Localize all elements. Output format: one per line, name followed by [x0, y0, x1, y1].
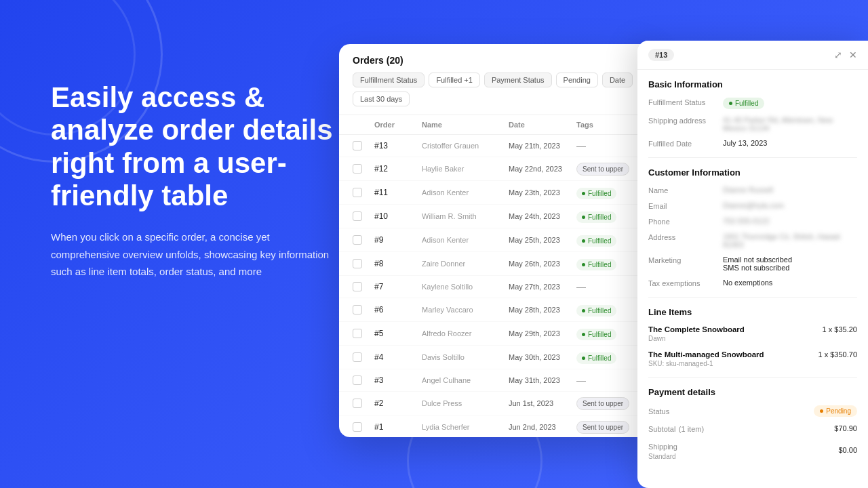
row-date: May 27th, 2023 [509, 283, 576, 291]
table-row[interactable]: #4 Davis Soltillo May 30th, 2023 Fulfill… [339, 346, 651, 369]
row-date: May 22nd, 2023 [509, 165, 576, 173]
filter-fulfillment-status[interactable]: Fulfillment Status [353, 73, 425, 87]
filter-payment-status[interactable]: Payment Status [484, 73, 552, 87]
marketing-row: Marketing Email not subscribed SMS not s… [648, 256, 857, 272]
row-checkbox[interactable] [353, 141, 362, 150]
customer-address-label: Address [648, 232, 723, 249]
tag-fulfilled: Fulfilled [576, 259, 616, 270]
row-name: Alfredo Roozer [422, 329, 509, 338]
row-checkbox[interactable] [353, 352, 362, 362]
row-date: May 23th, 2023 [509, 188, 576, 197]
row-checkbox[interactable] [353, 422, 362, 432]
row-name: William R. Smith [422, 212, 509, 220]
line-item-1-info: The Complete Snowboard Dawn [648, 325, 745, 342]
row-tag-container: Fulfilled [576, 303, 637, 317]
row-order: #1 [374, 422, 422, 432]
customer-phone-value: 702-555-0122 [723, 217, 857, 226]
table-row[interactable]: #1 Lydia Scherfer Jun 2nd, 2023 Sent to … [339, 415, 651, 437]
row-checkbox[interactable] [353, 259, 362, 268]
line-item-2-info: The Multi-managed Snowboard SKU: sku-man… [648, 350, 764, 367]
line-item-1: The Complete Snowboard Dawn 1 x $35.20 [648, 325, 857, 342]
marketing-email: Email not subscribed [723, 256, 792, 264]
line-item-1-name: The Complete Snowboard [648, 325, 745, 333]
row-order: #2 [374, 399, 422, 408]
filter-pending[interactable]: Pending [556, 73, 598, 87]
row-name: Lydia Scherfer [422, 423, 509, 431]
fulfillment-status-label: Fulfillment Status [648, 98, 723, 109]
customer-address-row: Address 1901 Thornridge Cir, Shiloh, Haw… [648, 232, 857, 249]
row-tag-container: Sent to upper [576, 162, 637, 176]
main-description: When you click on a specific order, a co… [51, 228, 336, 281]
row-order: #11 [374, 188, 422, 197]
row-order: #6 [374, 305, 422, 314]
row-date: Jun 1st, 2023 [509, 399, 576, 407]
filter-last30[interactable]: Last 30 days [353, 92, 410, 106]
table-row[interactable]: #9 Adison Kenter May 25th, 2023 Fulfille… [339, 228, 651, 252]
table-row[interactable]: #2 Dulce Press Jun 1st, 2023 Sent to upp… [339, 392, 651, 415]
row-checkbox[interactable] [353, 399, 362, 408]
fulfilled-date-label: Fulfilled Date [648, 139, 723, 148]
payment-status-row: Status Pending [648, 405, 857, 417]
subtotal-label-group: Subtotal (1 item) [648, 422, 704, 434]
table-row[interactable]: #10 William R. Smith May 24th, 2023 Fulf… [339, 205, 651, 228]
close-icon[interactable]: ✕ [849, 49, 857, 60]
filter-date[interactable]: Date [602, 73, 633, 87]
table-row[interactable]: #13 Cristoffer Grauen May 21th, 2023 — [339, 135, 651, 157]
tag-fulfilled: Fulfilled [576, 235, 616, 247]
payment-title: Payment details [648, 387, 857, 397]
customer-email-value: Dianne@hyla.com [723, 201, 857, 210]
fulfillment-status-value: Fulfilled [723, 98, 764, 109]
detail-id-badge: #13 [648, 49, 674, 61]
row-checkbox[interactable] [353, 188, 362, 197]
row-checkbox[interactable] [353, 235, 362, 245]
customer-phone-label: Phone [648, 217, 723, 226]
row-date: Jun 2nd, 2023 [509, 423, 576, 431]
col-check [353, 121, 374, 129]
table-row[interactable]: #11 Adison Kenter May 23th, 2023 Fulfill… [339, 181, 651, 205]
table-row[interactable]: #8 Zaire Donner May 26th, 2023 Fulfilled [339, 252, 651, 276]
row-checkbox[interactable] [353, 164, 362, 174]
filter-fulfilled[interactable]: Fulfilled +1 [429, 73, 480, 87]
table-row[interactable]: #7 Kaylene Soltillo May 27th, 2023 — [339, 276, 651, 298]
marketing-label: Marketing [648, 256, 723, 272]
row-tag-container: Fulfilled [576, 233, 637, 247]
row-date: May 30th, 2023 [509, 353, 576, 361]
line-item-2-name: The Multi-managed Snowboard [648, 350, 764, 359]
row-date: May 29th, 2023 [509, 329, 576, 338]
row-checkbox[interactable] [353, 211, 362, 221]
line-item-1-variant: Dawn [648, 335, 745, 342]
line-items-title: Line Items [648, 307, 857, 317]
fulfilled-date-value: July 13, 2023 [723, 139, 857, 148]
table-header: Order Name Date Tags [339, 115, 651, 135]
table-row[interactable]: #3 Angel Culhane May 31th, 2023 — [339, 369, 651, 392]
tag-sent: Sent to upper [576, 163, 629, 176]
row-date: May 31th, 2023 [509, 376, 576, 384]
tag-none: — [576, 375, 586, 386]
row-name: Davis Soltillo [422, 353, 509, 361]
expand-icon[interactable]: ⤢ [834, 49, 842, 60]
row-name: Angel Culhane [422, 376, 509, 384]
row-checkbox[interactable] [353, 305, 362, 314]
tag-fulfilled: Fulfilled [576, 329, 616, 340]
tag-sent: Sent to upper [576, 397, 629, 410]
tag-fulfilled: Fulfilled [576, 188, 616, 199]
row-checkbox[interactable] [353, 282, 362, 291]
shipping-address-label: Shipping address [648, 116, 723, 132]
table-row[interactable]: #5 Alfredo Roozer May 29th, 2023 Fulfill… [339, 322, 651, 346]
row-order: #5 [374, 329, 422, 338]
row-checkbox[interactable] [353, 375, 362, 385]
subtotal-note: (1 item) [679, 425, 704, 433]
row-name: Zaire Donner [422, 260, 509, 268]
table-row[interactable]: #6 Marley Vaccaro May 28th, 2023 Fulfill… [339, 298, 651, 322]
detail-panel: #13 ⤢ ✕ Basic Information Fulfillment St… [637, 41, 868, 488]
subtotal-row: Subtotal (1 item) $70.90 [648, 422, 857, 434]
row-name: Marley Vaccaro [422, 306, 509, 314]
row-order: #10 [374, 211, 422, 221]
left-panel: Easily access & analyze order details ri… [51, 81, 336, 281]
customer-info-title: Customer Information [648, 167, 857, 178]
table-row[interactable]: #12 Haylie Baker May 22nd, 2023 Sent to … [339, 157, 651, 181]
row-checkbox[interactable] [353, 329, 362, 338]
row-order: #13 [374, 141, 422, 150]
table-body: #13 Cristoffer Grauen May 21th, 2023 — #… [339, 135, 651, 437]
row-date: May 21th, 2023 [509, 142, 576, 150]
